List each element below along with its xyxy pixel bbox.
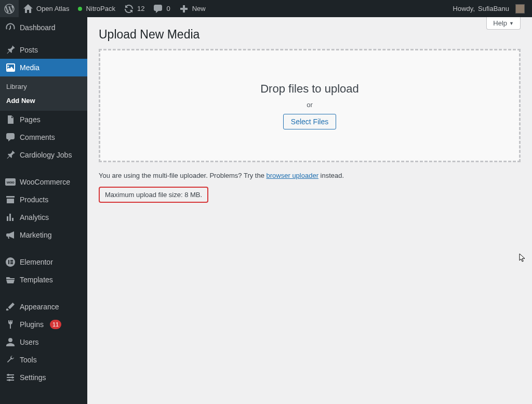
- sidebar-settings-label: Settings: [20, 373, 46, 382]
- sidebar-analytics-label: Analytics: [20, 213, 49, 221]
- sidebar-comments-label: Comments: [20, 133, 55, 141]
- sidebar-item-media[interactable]: Media: [0, 59, 87, 76]
- user-icon: [5, 337, 16, 347]
- sidebar-item-products[interactable]: Products: [0, 191, 87, 208]
- sidebar-templates-label: Templates: [20, 276, 53, 284]
- products-icon: [5, 194, 16, 205]
- site-home-link[interactable]: Open Atlas: [19, 0, 74, 17]
- dashboard-icon: [5, 22, 16, 33]
- plug-icon: [5, 319, 16, 330]
- sidebar-item-pages[interactable]: Pages: [0, 111, 87, 128]
- uploader-note-part1: You are using the multi-file uploader. P…: [99, 172, 267, 179]
- comments-count: 0: [166, 5, 170, 12]
- svg-point-8: [7, 374, 9, 376]
- comments-icon: [5, 132, 16, 142]
- settings-icon: [5, 372, 16, 383]
- help-tab-label: Help: [493, 19, 507, 27]
- media-icon: [5, 62, 16, 73]
- sidebar-products-label: Products: [20, 196, 48, 204]
- uploader-note: You are using the multi-file uploader. P…: [99, 172, 521, 179]
- home-icon: [23, 4, 33, 14]
- sidebar-item-woocommerce[interactable]: woo WooCommerce: [0, 173, 87, 191]
- admin-top-bar: Open Atlas NitroPack 12 0 New Howdy, Suf…: [0, 0, 532, 17]
- status-dot-icon: [78, 7, 82, 11]
- page-title: Upload New Media: [99, 17, 521, 49]
- sidebar-media-submenu: Library Add New: [0, 76, 87, 111]
- comment-bubble-icon: [153, 4, 163, 14]
- svg-point-10: [8, 379, 10, 381]
- mouse-cursor-icon: [519, 253, 526, 263]
- upload-dropzone[interactable]: Drop files to upload or Select Files: [99, 49, 521, 162]
- new-label: New: [192, 5, 206, 12]
- brush-icon: [5, 302, 16, 312]
- updates-menu[interactable]: 12: [119, 0, 149, 17]
- nitropack-menu[interactable]: NitroPack: [74, 0, 119, 17]
- sidebar-item-cardiology-jobs[interactable]: Cardiology Jobs: [0, 146, 87, 164]
- avatar-icon: [515, 4, 525, 14]
- wordpress-logo-icon: [4, 4, 15, 14]
- sidebar-pages-label: Pages: [20, 115, 41, 124]
- sidebar-item-appearance[interactable]: Appearance: [0, 298, 87, 316]
- sidebar-item-posts[interactable]: Posts: [0, 41, 87, 59]
- sidebar-item-analytics[interactable]: Analytics: [0, 208, 87, 226]
- new-content-menu[interactable]: New: [175, 0, 210, 17]
- comments-menu[interactable]: 0: [149, 0, 174, 17]
- howdy-prefix: Howdy,: [453, 5, 475, 12]
- page-scroll[interactable]: Dashboard Posts Media Library Add New Pa…: [0, 17, 532, 404]
- sidebar-marketing-label: Marketing: [20, 231, 51, 239]
- admin-sidebar: Dashboard Posts Media Library Add New Pa…: [0, 17, 87, 404]
- analytics-icon: [5, 212, 16, 223]
- woocommerce-icon: woo: [5, 177, 16, 187]
- sidebar-item-comments[interactable]: Comments: [0, 128, 87, 146]
- dropzone-title: Drop files to upload: [260, 82, 359, 96]
- sidebar-item-dashboard[interactable]: Dashboard: [0, 17, 87, 38]
- svg-rect-2: [10, 260, 13, 261]
- sidebar-item-plugins[interactable]: Plugins 11: [0, 316, 87, 333]
- sidebar-media-label: Media: [20, 63, 39, 72]
- plugins-update-badge: 11: [50, 320, 61, 329]
- sidebar-subitem-library[interactable]: Library: [0, 80, 87, 94]
- sidebar-subitem-add-new[interactable]: Add New: [0, 94, 87, 108]
- sidebar-tools-label: Tools: [20, 356, 37, 364]
- sidebar-item-templates[interactable]: Templates: [0, 271, 87, 289]
- sidebar-appearance-label: Appearance: [20, 303, 59, 311]
- site-name-label: Open Atlas: [36, 5, 70, 12]
- svg-rect-4: [10, 263, 13, 264]
- sidebar-elementor-label: Elementor: [20, 258, 53, 266]
- sidebar-users-label: Users: [20, 338, 39, 346]
- sidebar-item-settings[interactable]: Settings: [0, 369, 87, 386]
- main-content: Help ▼ Upload New Media Drop files to up…: [87, 17, 532, 404]
- sidebar-plugins-label: Plugins: [20, 320, 44, 329]
- max-upload-size-highlight: Maximum upload file size: 8 MB.: [99, 187, 208, 203]
- select-files-button[interactable]: Select Files: [283, 114, 336, 129]
- sidebar-posts-label: Posts: [20, 46, 38, 54]
- dropzone-or-label: or: [307, 101, 313, 109]
- updates-count: 12: [137, 5, 144, 12]
- nitropack-label: NitroPack: [86, 5, 115, 12]
- sidebar-dashboard-label: Dashboard: [20, 23, 56, 32]
- user-name: SufiaBanu: [478, 5, 509, 12]
- user-account-menu[interactable]: Howdy, SufiaBanu: [449, 0, 529, 17]
- megaphone-icon: [5, 230, 16, 240]
- update-icon: [124, 4, 134, 14]
- plus-icon: [179, 4, 189, 14]
- svg-point-9: [11, 376, 14, 379]
- chevron-down-icon: ▼: [509, 21, 514, 26]
- help-tab[interactable]: Help ▼: [486, 17, 521, 30]
- folder-icon: [5, 275, 16, 285]
- pin-icon: [5, 150, 16, 160]
- wrench-icon: [5, 355, 16, 365]
- sidebar-item-elementor[interactable]: Elementor: [0, 253, 87, 271]
- sidebar-woocommerce-label: WooCommerce: [20, 178, 70, 186]
- elementor-icon: [5, 257, 16, 267]
- svg-rect-1: [8, 260, 9, 264]
- uploader-note-part2: instead.: [318, 172, 344, 179]
- sidebar-item-tools[interactable]: Tools: [0, 351, 87, 369]
- pin-icon: [5, 45, 16, 55]
- browser-uploader-link[interactable]: browser uploader: [267, 172, 318, 179]
- max-upload-size-text: Maximum upload file size: 8 MB.: [105, 191, 202, 199]
- sidebar-cardiology-label: Cardiology Jobs: [20, 151, 72, 159]
- wp-logo-menu[interactable]: [0, 0, 19, 17]
- sidebar-item-marketing[interactable]: Marketing: [0, 226, 87, 244]
- sidebar-item-users[interactable]: Users: [0, 333, 87, 351]
